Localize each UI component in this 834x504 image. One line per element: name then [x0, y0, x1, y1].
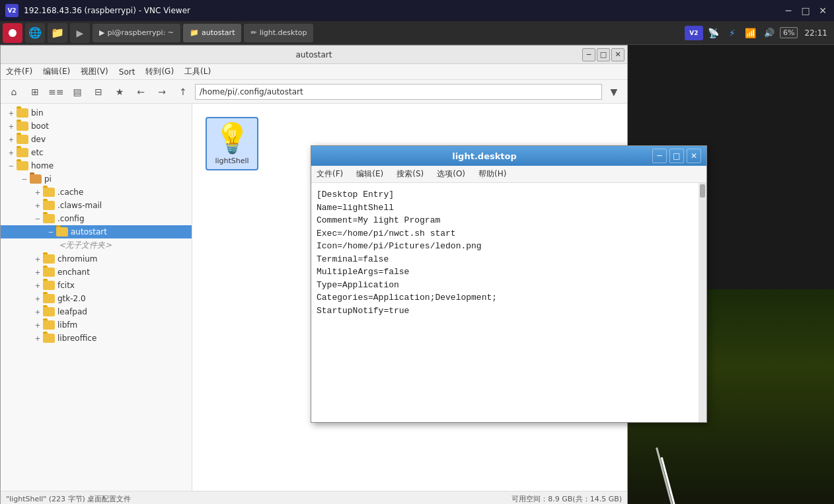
sidebar-item-libreoffice[interactable]: + libreoffice: [1, 332, 192, 345]
sidebar-item-bin[interactable]: + bin: [1, 106, 192, 120]
files-icon[interactable]: 📁: [48, 23, 67, 43]
expand-cache-icon[interactable]: +: [32, 187, 43, 198]
fm-up-btn[interactable]: ↑: [174, 83, 192, 101]
expand-dev-icon[interactable]: +: [6, 134, 17, 145]
folder-pi-icon: [30, 174, 42, 184]
file-item-lightshell[interactable]: 💡 lightShell: [206, 117, 258, 170]
raspberry-pi-menu-icon[interactable]: [3, 23, 22, 43]
te-menu-search[interactable]: 搜索(S): [397, 168, 424, 180]
expand-etc-icon[interactable]: +: [6, 147, 17, 158]
terminal-icon[interactable]: ▶: [70, 23, 90, 43]
expand-gtk20-icon[interactable]: +: [32, 293, 43, 304]
sidebar-label-chromium: chromium: [57, 254, 98, 264]
sidebar-item-libfm[interactable]: + libfm: [1, 318, 192, 332]
vnc-tray-icon[interactable]: V2: [685, 26, 703, 40]
folder-boot-icon: [17, 122, 28, 131]
expand-home-icon[interactable]: −: [6, 161, 17, 171]
te-menu-help[interactable]: 帮助(H): [478, 168, 506, 180]
sidebar-item-autostart[interactable]: − autostart: [1, 225, 192, 238]
expand-fcitx-icon[interactable]: +: [32, 280, 43, 291]
sidebar-item-dev[interactable]: + dev: [1, 133, 192, 146]
te-menu-file[interactable]: 文件(F): [317, 168, 343, 180]
fm-status-text: "lightShell" (223 字节) 桌面配置文件: [6, 494, 512, 504]
fm-minimize-btn[interactable]: ─: [582, 48, 595, 61]
sidebar-item-home[interactable]: − home: [1, 159, 192, 172]
sidebar-item-gtk20[interactable]: + gtk-2.0: [1, 292, 192, 305]
expand-leafpad-icon[interactable]: +: [32, 306, 43, 317]
fm-menu-sort[interactable]: Sort: [119, 67, 135, 77]
sidebar-label-pi: pi: [44, 174, 52, 184]
fm-address-bar[interactable]: /home/pi/.config/autostart: [195, 84, 602, 100]
sidebar-item-boot[interactable]: + boot: [1, 120, 192, 133]
fm-menu-goto[interactable]: 转到(G): [145, 66, 174, 77]
teamviewer-icon[interactable]: 📡: [706, 25, 722, 41]
te-close-btn[interactable]: ✕: [687, 149, 701, 163]
folder-claws-icon: [43, 201, 55, 210]
sidebar-item-cache[interactable]: + .cache: [1, 186, 192, 199]
expand-libfm-icon[interactable]: +: [32, 320, 43, 330]
fm-address-dropdown-btn[interactable]: ▼: [605, 83, 623, 101]
te-maximize-btn[interactable]: □: [669, 149, 684, 163]
wifi-icon[interactable]: 📶: [743, 25, 759, 41]
sidebar-label-fcitx: fcitx: [57, 281, 75, 290]
expand-config-icon[interactable]: −: [32, 213, 43, 224]
folder-fcitx-icon: [43, 281, 55, 290]
fm-bookmark-btn[interactable]: ★: [110, 83, 129, 101]
sidebar-item-claws-mail[interactable]: + .claws-mail: [1, 199, 192, 212]
te-menu-edit[interactable]: 编辑(E): [356, 168, 383, 180]
fm-home-btn[interactable]: ⌂: [5, 83, 23, 101]
tab-terminal[interactable]: ▶ pi@raspberrypi: ~: [93, 24, 180, 42]
fm-details-btn[interactable]: ▤: [68, 83, 87, 101]
browser-icon[interactable]: 🌐: [25, 23, 45, 43]
bluetooth-icon[interactable]: ⚡: [724, 25, 740, 41]
sidebar-label-config: .config: [57, 214, 85, 223]
te-minimize-btn[interactable]: ─: [652, 149, 667, 163]
expand-bin-icon[interactable]: +: [6, 108, 17, 118]
tab-light-desktop[interactable]: ✏ light.desktop: [244, 24, 313, 42]
expand-boot-icon[interactable]: +: [6, 121, 17, 131]
fm-menu-view[interactable]: 视图(V): [81, 66, 108, 77]
expand-libreoffice-icon[interactable]: +: [32, 333, 43, 343]
te-titlebar: light.desktop ─ □ ✕: [311, 146, 706, 166]
expand-pi-icon[interactable]: −: [19, 174, 30, 184]
sidebar-item-chromium[interactable]: + chromium: [1, 252, 192, 266]
sidebar-item-config[interactable]: − .config: [1, 212, 192, 225]
te-title: light.desktop: [317, 151, 652, 161]
fm-forward-btn[interactable]: →: [153, 83, 171, 101]
sidebar-item-fcitx[interactable]: + fcitx: [1, 279, 192, 292]
tab-autostart[interactable]: 📁 autostart: [183, 24, 241, 42]
expand-autostart-icon[interactable]: −: [46, 227, 56, 237]
expand-enchant-icon[interactable]: +: [32, 267, 43, 277]
te-content-area[interactable]: [Desktop Entry] Name=lightShell Comment=…: [311, 183, 706, 422]
folder-home-icon: [17, 161, 28, 170]
folder-libfm-icon: [43, 320, 55, 330]
sidebar-item-enchant[interactable]: + enchant: [1, 266, 192, 279]
folder-leafpad-icon: [43, 307, 55, 316]
sidebar-label-claws-mail: .claws-mail: [57, 201, 102, 210]
vnc-logo: V2: [5, 4, 19, 17]
fm-grid-view-btn[interactable]: ⊞: [26, 83, 44, 101]
vnc-minimize-btn[interactable]: ─: [782, 5, 794, 17]
sidebar-item-leafpad[interactable]: + leafpad: [1, 305, 192, 318]
fm-menu-edit[interactable]: 编辑(E): [43, 66, 70, 77]
te-menu-options[interactable]: 选项(O): [437, 168, 465, 180]
expand-claws-icon[interactable]: +: [32, 200, 43, 211]
expand-chromium-icon[interactable]: +: [32, 254, 43, 264]
fm-menu-file[interactable]: 文件(F): [6, 66, 32, 77]
fm-maximize-btn[interactable]: □: [597, 48, 610, 61]
vnc-close-btn[interactable]: ✕: [817, 5, 829, 17]
fm-column-btn[interactable]: ⊟: [89, 83, 108, 101]
te-scrollbar[interactable]: [699, 183, 706, 422]
fm-close-btn[interactable]: ✕: [611, 48, 625, 61]
fm-list-view-btn[interactable]: ≡≡: [47, 83, 65, 101]
no-subfolder-label: <无子文件夹>: [59, 240, 112, 251]
sidebar-item-pi[interactable]: − pi: [1, 172, 192, 186]
fm-menu-tools[interactable]: 工具(L): [184, 66, 211, 77]
fm-back-btn[interactable]: ←: [132, 83, 150, 101]
sidebar-label-etc: etc: [31, 148, 44, 157]
folder-bin-icon: [17, 108, 28, 118]
vnc-maximize-btn[interactable]: □: [800, 5, 812, 17]
sidebar-item-etc[interactable]: + etc: [1, 146, 192, 159]
sidebar-item-no-subfolder: <无子文件夹>: [1, 238, 192, 252]
volume-icon[interactable]: 🔊: [761, 25, 777, 41]
